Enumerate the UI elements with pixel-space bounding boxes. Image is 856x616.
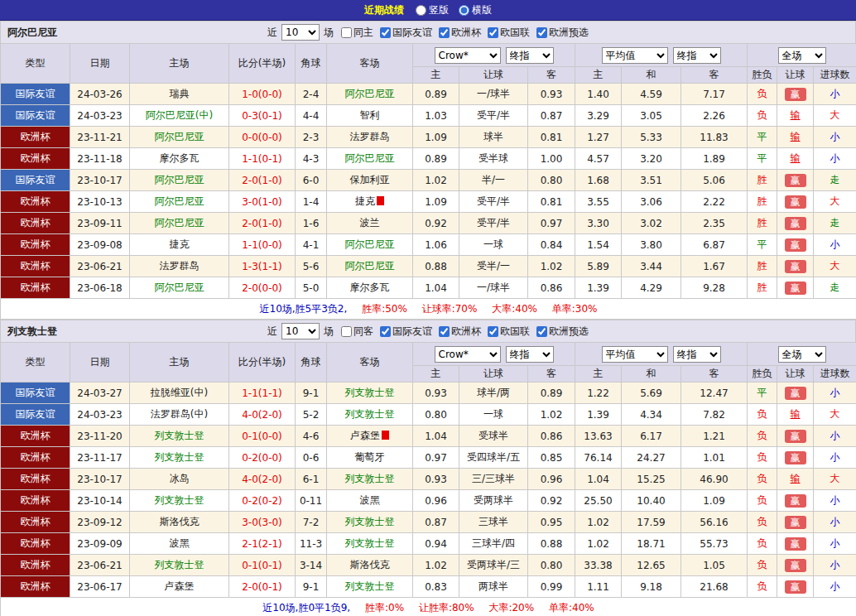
score-cell[interactable]: 0-2(0-2): [229, 490, 296, 512]
odds-stage-select[interactable]: 终指: [506, 47, 554, 64]
result-handicap[interactable]: 赢: [777, 426, 814, 447]
handicap-result-label[interactable]: 赢: [785, 238, 806, 252]
result-handicap[interactable]: 赢: [777, 490, 814, 512]
league-badge[interactable]: 欧洲杯: [1, 533, 70, 555]
filter-checkbox[interactable]: 欧洲杯: [439, 325, 481, 339]
avg-stage-select[interactable]: 终指: [673, 47, 721, 64]
score-cell[interactable]: 1-1(0-0): [229, 234, 296, 256]
handicap-result-label[interactable]: 赢: [785, 217, 806, 230]
away-team-link[interactable]: 列支敦士登: [345, 387, 395, 398]
league-badge[interactable]: 欧洲杯: [1, 576, 70, 598]
result-handicap[interactable]: 赢: [777, 576, 814, 598]
league-badge[interactable]: 欧洲杯: [1, 469, 70, 490]
away-team-link[interactable]: 保加利亚: [350, 174, 390, 185]
checkbox-input[interactable]: [380, 27, 391, 38]
home-team-link[interactable]: 阿尔巴尼亚(中): [146, 109, 213, 121]
league-badge[interactable]: 欧洲杯: [1, 426, 70, 447]
away-team-link[interactable]: 列支敦士登: [345, 516, 395, 527]
league-badge[interactable]: 国际友谊: [1, 170, 70, 191]
result-handicap[interactable]: 赢: [777, 555, 814, 576]
score-cell[interactable]: 0-3(0-1): [229, 105, 296, 127]
home-team-link[interactable]: 瑞典: [170, 88, 190, 99]
score-cell[interactable]: 1-1(0-1): [229, 148, 296, 170]
league-badge[interactable]: 欧洲杯: [1, 191, 70, 213]
layout-radio-横版[interactable]: 横版: [459, 3, 492, 17]
handicap-result-label[interactable]: 赢: [785, 537, 806, 551]
away-team-link[interactable]: 列支敦士登: [345, 537, 395, 549]
result-handicap[interactable]: 输: [777, 469, 814, 490]
layout-radio-竖版[interactable]: 竖版: [416, 3, 449, 17]
result-handicap[interactable]: 输: [777, 127, 814, 148]
home-team-link[interactable]: 波黑: [170, 537, 190, 549]
league-badge[interactable]: 欧洲杯: [1, 127, 70, 148]
filter-checkbox[interactable]: 欧洲预选: [536, 325, 589, 339]
analysis-icon[interactable]: [377, 196, 384, 205]
away-team-link[interactable]: 卢森堡: [350, 430, 380, 441]
handicap-result-label[interactable]: 赢: [785, 195, 806, 209]
checkbox-input[interactable]: [536, 27, 547, 38]
checkbox-input[interactable]: [341, 326, 352, 337]
handicap-result-label[interactable]: 赢: [785, 516, 806, 529]
filter-checkbox[interactable]: 欧国联: [488, 26, 530, 40]
score-cell[interactable]: 0-0(0-0): [229, 127, 296, 148]
match-count-select[interactable]: 10: [281, 323, 320, 339]
handicap-result-label[interactable]: 赢: [785, 260, 806, 273]
league-badge[interactable]: 欧洲杯: [1, 234, 70, 256]
away-team-link[interactable]: 斯洛伐克: [350, 559, 390, 570]
checkbox-input[interactable]: [488, 27, 498, 38]
result-handicap[interactable]: 赢: [777, 191, 814, 213]
result-handicap[interactable]: 赢: [777, 383, 814, 404]
league-badge[interactable]: 欧洲杯: [1, 512, 70, 533]
team-name[interactable]: 阿尔巴尼亚: [7, 26, 57, 40]
away-team-link[interactable]: 列支敦士登: [345, 408, 395, 420]
score-cell[interactable]: 0-1(0-1): [229, 555, 296, 576]
result-handicap[interactable]: 赢: [777, 170, 814, 191]
home-team-link[interactable]: 阿尔巴尼亚: [155, 174, 204, 185]
score-cell[interactable]: 1-0(0-0): [229, 84, 296, 105]
away-team-link[interactable]: 波黑: [360, 494, 380, 506]
score-cell[interactable]: 2-0(1-0): [229, 213, 296, 234]
handicap-result-label[interactable]: 输: [791, 473, 801, 484]
scope-select[interactable]: 全场: [778, 346, 826, 363]
handicap-result-label[interactable]: 输: [791, 131, 801, 142]
odds-stage-select[interactable]: 终指: [506, 346, 554, 363]
result-handicap[interactable]: 赢: [777, 213, 814, 234]
handicap-result-label[interactable]: 赢: [785, 430, 806, 443]
league-badge[interactable]: 欧洲杯: [1, 490, 70, 512]
result-handicap[interactable]: 输: [777, 404, 814, 426]
filter-checkbox[interactable]: 欧国联: [488, 325, 530, 339]
score-cell[interactable]: 4-0(2-0): [229, 469, 296, 490]
analysis-icon[interactable]: [382, 431, 389, 440]
league-badge[interactable]: 欧洲杯: [1, 213, 70, 234]
league-badge[interactable]: 欧洲杯: [1, 447, 70, 469]
result-handicap[interactable]: 输: [777, 105, 814, 127]
checkbox-input[interactable]: [439, 326, 450, 337]
handicap-result-label[interactable]: 输: [791, 109, 801, 121]
result-handicap[interactable]: 赢: [777, 533, 814, 555]
score-cell[interactable]: 2-0(1-0): [229, 170, 296, 191]
home-team-link[interactable]: 列支敦士登: [155, 430, 204, 441]
result-handicap[interactable]: 赢: [777, 512, 814, 533]
handicap-result-label[interactable]: 赢: [785, 559, 806, 572]
radio-input[interactable]: [459, 5, 469, 16]
handicap-result-label[interactable]: 赢: [785, 494, 806, 508]
filter-checkbox[interactable]: 国际友谊: [380, 26, 432, 40]
score-cell[interactable]: 1-3(1-1): [229, 256, 296, 277]
result-handicap[interactable]: 输: [777, 148, 814, 170]
away-team-link[interactable]: 捷克: [355, 195, 375, 207]
home-team-link[interactable]: 阿尔巴尼亚: [155, 131, 204, 142]
result-handicap[interactable]: 赢: [777, 84, 814, 105]
home-team-link[interactable]: 列支敦士登: [155, 559, 204, 570]
away-team-link[interactable]: 葡萄牙: [355, 451, 385, 463]
league-badge[interactable]: 欧洲杯: [1, 148, 70, 170]
home-team-link[interactable]: 阿尔巴尼亚: [155, 195, 204, 207]
away-team-link[interactable]: 智利: [360, 109, 380, 121]
filter-checkbox[interactable]: 同主: [341, 26, 373, 40]
filter-checkbox[interactable]: 同客: [341, 325, 373, 339]
league-badge[interactable]: 欧洲杯: [1, 277, 70, 299]
home-team-link[interactable]: 拉脱维亚(中): [151, 387, 208, 398]
odds-provider-select[interactable]: Crow*: [435, 346, 501, 363]
league-badge[interactable]: 国际友谊: [1, 383, 70, 404]
result-handicap[interactable]: 赢: [777, 234, 814, 256]
away-team-link[interactable]: 阿尔巴尼亚: [345, 260, 395, 272]
